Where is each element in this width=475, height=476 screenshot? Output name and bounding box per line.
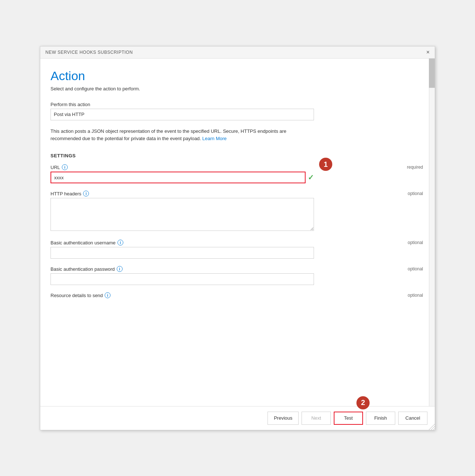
- url-field-group: URL i required 1 ✓: [51, 164, 423, 183]
- resource-details-optional: optional: [408, 293, 423, 298]
- next-button[interactable]: Next: [302, 412, 331, 425]
- http-headers-field-group: HTTP headers i optional: [51, 191, 423, 232]
- basic-auth-password-group: Basic authentication password i optional: [51, 266, 423, 285]
- http-headers-label-group: HTTP headers i: [51, 191, 89, 196]
- previous-button[interactable]: Previous: [268, 412, 299, 425]
- http-headers-info-icon[interactable]: i: [83, 191, 89, 196]
- http-headers-header: HTTP headers i optional: [51, 191, 423, 196]
- basic-auth-password-input-wrapper: [51, 273, 314, 285]
- basic-auth-username-optional: optional: [408, 240, 423, 245]
- resource-details-group: Resource details to send i optional: [51, 292, 423, 298]
- dialog-body: Action Select and configure the action t…: [40, 59, 435, 406]
- basic-auth-username-label-group: Basic authentication username i: [51, 240, 123, 246]
- svg-line-2: [433, 428, 435, 430]
- url-input[interactable]: [51, 172, 306, 183]
- resource-details-header: Resource details to send i optional: [51, 292, 423, 298]
- url-check-icon: ✓: [308, 173, 314, 182]
- url-label-group: URL i: [51, 164, 68, 170]
- test-button-wrapper: 2 Test: [334, 412, 363, 425]
- url-field-header: URL i required: [51, 164, 423, 170]
- http-headers-optional-badge: optional: [408, 191, 423, 196]
- close-icon[interactable]: ×: [426, 49, 430, 55]
- resource-details-label: Resource details to send: [51, 293, 103, 298]
- dialog: NEW SERVICE HOOKS SUBSCRIPTION × Action …: [40, 46, 435, 430]
- basic-auth-username-input-wrapper: [51, 247, 314, 259]
- basic-auth-username-label: Basic authentication username: [51, 240, 116, 246]
- settings-label: SETTINGS: [51, 153, 423, 158]
- http-headers-textarea-wrapper: [51, 198, 314, 232]
- cancel-button[interactable]: Cancel: [398, 412, 427, 425]
- basic-auth-password-info-icon[interactable]: i: [117, 266, 123, 272]
- url-required-badge: required: [407, 165, 423, 170]
- resource-details-label-group: Resource details to send i: [51, 292, 111, 298]
- url-label: URL: [51, 165, 60, 170]
- perform-action-label: Perform this action: [51, 102, 423, 107]
- resize-icon: [427, 423, 435, 430]
- basic-auth-password-header: Basic authentication password i optional: [51, 266, 423, 272]
- description-text: This action posts a JSON object represen…: [51, 128, 287, 142]
- basic-auth-password-optional: optional: [408, 266, 423, 271]
- url-input-wrapper: 1 ✓: [51, 172, 314, 183]
- scrollbar-track[interactable]: [429, 59, 435, 406]
- scrollbar-thumb[interactable]: [429, 59, 435, 88]
- svg-line-1: [431, 426, 435, 430]
- test-button[interactable]: Test: [334, 412, 363, 425]
- perform-action-group: Perform this action: [51, 102, 423, 120]
- basic-auth-username-group: Basic authentication username i optional: [51, 240, 423, 259]
- action-description: This action posts a JSON object represen…: [51, 128, 314, 143]
- dialog-footer: Previous Next 2 Test Finish Cancel: [40, 406, 435, 430]
- http-headers-textarea[interactable]: [51, 198, 314, 231]
- page-title: Action: [51, 69, 423, 83]
- badge-2: 2: [356, 396, 370, 409]
- resource-details-info-icon[interactable]: i: [105, 292, 111, 298]
- url-info-icon[interactable]: i: [62, 164, 68, 170]
- basic-auth-username-info-icon[interactable]: i: [117, 240, 123, 246]
- basic-auth-username-header: Basic authentication username i optional: [51, 240, 423, 246]
- learn-more-link[interactable]: Learn More: [202, 136, 227, 141]
- badge-1: 1: [319, 158, 332, 171]
- url-field-row: ✓: [51, 172, 314, 183]
- basic-auth-password-label-group: Basic authentication password i: [51, 266, 123, 272]
- resize-handle: [427, 423, 435, 430]
- dialog-titlebar: NEW SERVICE HOOKS SUBSCRIPTION ×: [40, 46, 435, 59]
- finish-button[interactable]: Finish: [366, 412, 395, 425]
- basic-auth-username-input[interactable]: [51, 247, 314, 259]
- dialog-title: NEW SERVICE HOOKS SUBSCRIPTION: [45, 50, 133, 55]
- page-subtitle: Select and configure the action to perfo…: [51, 86, 423, 91]
- basic-auth-password-input[interactable]: [51, 273, 314, 285]
- http-headers-label: HTTP headers: [51, 191, 81, 196]
- perform-action-input[interactable]: [51, 109, 314, 120]
- basic-auth-password-label: Basic authentication password: [51, 266, 115, 272]
